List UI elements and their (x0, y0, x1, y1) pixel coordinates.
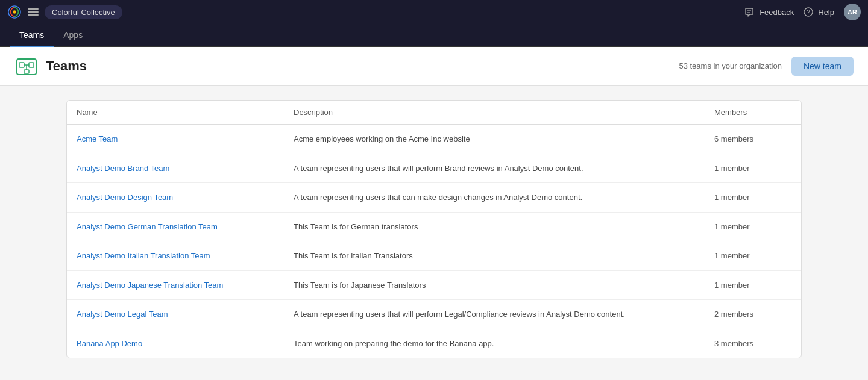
tab-apps[interactable]: Apps (54, 24, 92, 47)
column-name: Name (67, 101, 284, 124)
team-members-cell: 6 members (705, 126, 801, 152)
svg-rect-11 (29, 63, 34, 67)
navbar-right: Feedback ? Help AR (744, 4, 861, 20)
team-members-cell: 3 members (705, 331, 801, 357)
team-name-cell: Analyst Demo Legal Team (67, 301, 284, 327)
team-name-cell: Analyst Demo Design Team (67, 184, 284, 210)
table-header: Name Description Members (67, 101, 801, 125)
team-name-cell: Banana App Demo (67, 331, 284, 357)
column-members: Members (705, 101, 801, 124)
table-row: Banana App Demo Team working on preparin… (67, 329, 801, 358)
team-members-cell: 1 member (705, 243, 801, 269)
team-name-cell: Acme Team (67, 126, 284, 152)
team-description-cell: Team working on preparing the demo for t… (284, 329, 705, 358)
teams-table: Name Description Members Acme Team Acme … (66, 100, 802, 358)
hamburger-icon[interactable] (28, 7, 39, 17)
org-name[interactable]: Colorful Collective (45, 5, 122, 19)
team-name-cell: Analyst Demo German Translation Team (67, 214, 284, 240)
svg-text:?: ? (807, 9, 810, 16)
tab-teams[interactable]: Teams (10, 24, 54, 47)
help-label: Help (818, 8, 834, 17)
team-members-cell: 1 member (705, 155, 801, 181)
team-name-link[interactable]: Analyst Demo Legal Team (77, 310, 168, 319)
table-row: Analyst Demo Brand Team A team represent… (67, 154, 801, 184)
svg-point-1 (13, 10, 16, 14)
team-description-cell: This Team is for Italian Translators (284, 241, 705, 270)
help-button[interactable]: ? Help (804, 7, 834, 17)
app-logo[interactable] (7, 5, 22, 19)
svg-rect-3 (28, 11, 39, 13)
table-row: Analyst Demo Legal Team A team represent… (67, 300, 801, 329)
new-team-button[interactable]: New team (791, 57, 854, 76)
team-description-cell: This Team is for German translators (284, 213, 705, 241)
svg-rect-10 (19, 63, 24, 67)
page-header-right: 53 teams in your organization New team (679, 57, 854, 76)
table-row: Analyst Demo Design Team A team represen… (67, 183, 801, 213)
table-body: Acme Team Acme employees working on the … (67, 125, 801, 358)
team-members-cell: 1 member (705, 214, 801, 240)
team-members-cell: 1 member (705, 272, 801, 298)
team-name-cell: Analyst Demo Italian Translation Team (67, 243, 284, 269)
team-members-cell: 1 member (705, 184, 801, 210)
team-name-link[interactable]: Analyst Demo Brand Team (77, 164, 169, 173)
table-row: Acme Team Acme employees working on the … (67, 125, 801, 154)
team-description-cell: This Team is for Japanese Translators (284, 271, 705, 300)
svg-rect-14 (24, 70, 29, 73)
team-name-link[interactable]: Analyst Demo Japanese Translation Team (77, 281, 223, 290)
page-header: Teams 53 teams in your organization New … (0, 47, 868, 86)
team-name-cell: Analyst Demo Japanese Translation Team (67, 272, 284, 298)
feedback-button[interactable]: Feedback (744, 7, 794, 17)
team-description-cell: Acme employees working on the Acme Inc w… (284, 125, 705, 154)
main-content: Name Description Members Acme Team Acme … (0, 86, 868, 379)
navbar: Colorful Collective Feedback ? Help AR (0, 0, 868, 24)
team-name-cell: Analyst Demo Brand Team (67, 155, 284, 181)
team-description-cell: A team representing users that will perf… (284, 154, 705, 183)
table-row: Analyst Demo Japanese Translation Team T… (67, 271, 801, 301)
table-row: Analyst Demo Italian Translation Team Th… (67, 241, 801, 271)
team-description-cell: A team representing users that will perf… (284, 300, 705, 329)
feedback-label: Feedback (760, 8, 794, 17)
team-name-link[interactable]: Analyst Demo German Translation Team (77, 222, 218, 231)
team-name-link[interactable]: Acme Team (77, 134, 118, 143)
svg-rect-2 (28, 8, 39, 10)
team-name-link[interactable]: Analyst Demo Italian Translation Team (77, 251, 210, 260)
teams-icon (14, 54, 39, 78)
user-avatar[interactable]: AR (844, 4, 861, 20)
table-row: Analyst Demo German Translation Team Thi… (67, 213, 801, 242)
org-count: 53 teams in your organization (679, 61, 782, 70)
page-title: Teams (46, 58, 87, 74)
svg-rect-4 (28, 14, 39, 16)
team-description-cell: A team representing users that can make … (284, 183, 705, 212)
tabbar: Teams Apps (0, 24, 868, 47)
team-members-cell: 2 members (705, 301, 801, 327)
column-description: Description (284, 101, 705, 124)
team-name-link[interactable]: Banana App Demo (77, 339, 142, 348)
team-name-link[interactable]: Analyst Demo Design Team (77, 193, 173, 202)
